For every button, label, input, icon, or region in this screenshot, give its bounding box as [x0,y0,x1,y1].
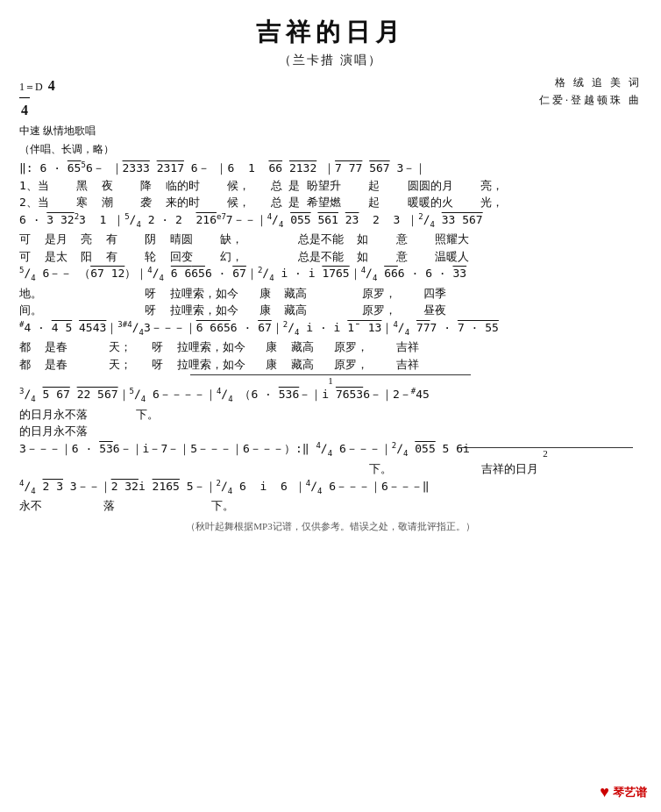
line2-lyric2: 可 是太 阳 有 轮 回变 幻， 总是不能 如 意 温暖人 [19,248,642,266]
line1-notation: ‖: 6 · 6556－ ｜2333 2317 6－ ｜6 1 66 2132 … [19,160,642,177]
line3-lyric1: 地。 呀 拉哩索，如今 康 藏高 原罗， 四季 [19,285,642,303]
line1-lyric2: 2、当 寒 潮 袭 来的时 候， 总 是 希望燃 起 暖暖的火 光， [19,194,642,211]
key-time: 1＝D 44 [19,74,114,122]
line4-lyric1: 都 是春 天； 呀 拉哩索，如今 康 藏高 原罗， 吉祥 [19,338,642,356]
tempo: 中速 纵情地歌唱 [19,122,114,139]
line7-notation: 4∕4 2 3 3－－｜2 32i 2165 5－｜2∕4 6 i 6 ｜4∕4… [19,478,642,497]
line2-lyric1: 可 是月 亮 有 阴 晴圆 缺， 总是不能 如 意 照耀大 [19,231,642,248]
composer: 仁爱·登越顿珠 曲 [539,91,642,109]
header-left: 1＝D 44 中速 纵情地歌唱 （伴唱、长调，略） [19,74,114,158]
logo-text: 琴艺谱 [613,785,647,801]
song-title: 吉祥的日月 [19,16,642,49]
page: 吉祥的日月 （兰卡措 演唱） 1＝D 44 中速 纵情地歌唱 （伴唱、长调，略）… [0,0,661,812]
line4-lyric2: 都 是春 天； 呀 拉哩索，如今 康 藏高 原罗， 吉祥 [19,356,642,374]
logo: ♥ 琴艺谱 [600,783,647,801]
header-right: 格 绒 追 美 词 仁爱·登越顿珠 曲 [539,74,642,110]
line7-lyric1: 永不 落 下。 [19,497,642,515]
footer-note: （秋叶起舞根据MP3记谱，仅供参考。错误之处，敬请批评指正。） [19,520,642,533]
score-content: ‖: 6 · 6556－ ｜2333 2317 6－ ｜6 1 66 2132 … [19,160,642,514]
song-subtitle: （兰卡措 演唱） [19,53,642,68]
header-info: 1＝D 44 中速 纵情地歌唱 （伴唱、长调，略） 格 绒 追 美 词 仁爱·登… [19,74,642,158]
line4-notation: #4 · 4 5 4543｜3#4∕43－－－｜6 6656 · 67｜2∕4 … [19,319,642,338]
logo-icon: ♥ [600,783,609,801]
line2-notation: 6 · 3 3223 1 ｜5∕4 2 · 2 216e77－－｜4∕4 055… [19,211,642,231]
line5-lyric2: 的日月永不落 [19,423,642,440]
line1-lyric1: 1、当 黑 夜 降 临的时 候， 总 是 盼望升 起 圆圆的月 亮， [19,177,642,195]
line5-lyric1: 的日月永不落 下。 [19,406,642,424]
line6-lyric1: 下。 吉祥的日月 [19,460,642,478]
line3-lyric2: 间。 呀 拉哩索，如今 康 藏高 原罗， 昼夜 [19,302,642,319]
line5-notation: 3∕4 5 67 22 567｜5∕4 6－－－－｜4∕4 （6 · 536－｜… [19,386,642,405]
arrangement-note: （伴唱、长调，略） [19,140,114,158]
lyricist: 格 绒 追 美 词 [539,74,642,91]
line3-notation: 5∕4 6－－ （67 12）｜4∕4 6 6656 · 67｜2∕4 i · … [19,265,642,284]
